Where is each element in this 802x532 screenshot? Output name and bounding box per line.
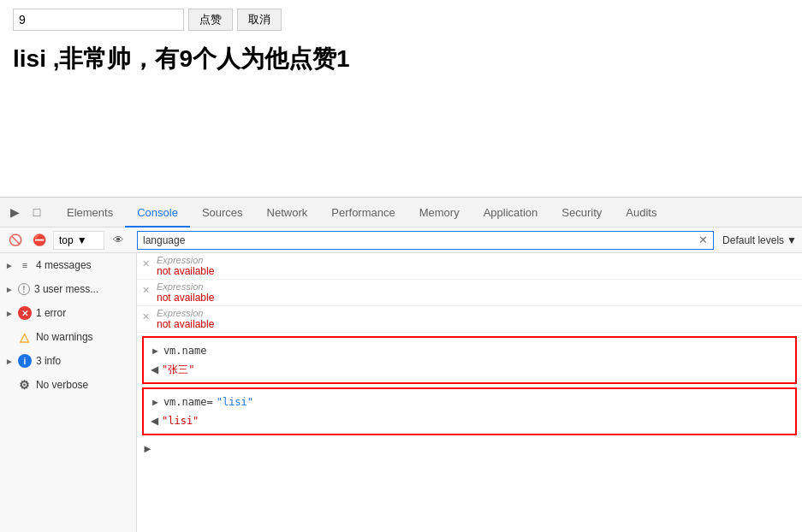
code-line-1-1: ► vm.name	[151, 341, 788, 360]
code-result-2: "lisi"	[162, 415, 199, 427]
dropdown-arrow-icon: ▼	[77, 234, 87, 246]
console-prompt: ►	[137, 439, 802, 458]
code-box-1: ► vm.name ◀ "张三"	[142, 336, 797, 384]
like-button[interactable]: 点赞	[188, 9, 233, 31]
return-arrow-2-icon: ◀	[151, 415, 158, 427]
number-input[interactable]	[13, 9, 184, 31]
expression-label-2: Expression	[157, 281, 797, 292]
clear-search-icon[interactable]: ✕	[698, 233, 708, 246]
expression-label-3: Expression	[157, 308, 797, 318]
code-line-2-2: ◀ "lisi"	[151, 411, 788, 430]
devtools-tab-bar: ▶ □ Elements Console Sources Network Per…	[0, 198, 802, 228]
context-dropdown[interactable]: top ▼	[53, 231, 104, 250]
user-messages-icon: !	[18, 283, 30, 295]
expression-value-2: not available	[157, 292, 797, 304]
verbose-label: No verbose	[36, 379, 131, 391]
context-label: top	[59, 234, 74, 246]
search-box: ✕	[137, 231, 714, 250]
tab-network[interactable]: Network	[255, 198, 320, 228]
expand-arrow-icon: ►	[5, 261, 14, 270]
sidebar-item-user-messages[interactable]: ► ! 3 user mess...	[0, 277, 136, 301]
info-label: 3 info	[36, 355, 131, 367]
clear-console-icon[interactable]: 🚫	[5, 230, 26, 251]
console-toolbar: 🚫 ⛔ top ▼ 👁 ✕ Default levels ▼	[0, 228, 802, 253]
expression-value-3: not available	[157, 318, 797, 330]
code-result-1: "张三"	[162, 363, 194, 377]
expand-code-1-icon[interactable]: ►	[151, 346, 160, 356]
headline: lisi ,非常帅，有9个人为他点赞1	[13, 43, 789, 75]
console-entry-2: ✕ Expression not available	[137, 280, 802, 306]
prompt-arrow-icon: ►	[142, 442, 153, 455]
sidebar-item-error[interactable]: ► ✕ 1 error	[0, 301, 136, 325]
code-expression-1: vm.name	[163, 345, 207, 357]
entry-3-content: Expression not available	[157, 308, 797, 330]
tab-sources[interactable]: Sources	[190, 198, 255, 228]
sidebar-item-warnings[interactable]: ► △ No warnings	[0, 325, 136, 349]
error-icon: ✕	[18, 306, 32, 320]
tab-memory[interactable]: Memory	[407, 198, 472, 228]
close-entry-3-icon[interactable]: ✕	[142, 311, 150, 322]
console-body: ► ≡ 4 messages ► ! 3 user mess... ► ✕ 1 …	[0, 253, 802, 532]
verbose-icon: ⚙	[18, 378, 32, 392]
close-entry-1-icon[interactable]: ✕	[142, 258, 150, 269]
warnings-label: No warnings	[36, 331, 131, 343]
filter-icon[interactable]: ⛔	[29, 230, 50, 251]
inspect-icon[interactable]: □	[26, 201, 48, 223]
info-icon: i	[18, 354, 32, 368]
default-levels-label: Default levels	[722, 234, 784, 246]
expand-arrow-icon-3: ►	[5, 309, 14, 318]
expand-arrow-icon-5: ►	[5, 357, 14, 366]
cancel-button[interactable]: 取消	[237, 9, 282, 31]
search-input[interactable]	[143, 234, 698, 246]
tab-console[interactable]: Console	[125, 198, 190, 228]
console-entry-1: ✕ Expression not available	[137, 253, 802, 280]
code-expression-2-value: "lisi"	[217, 396, 253, 408]
code-line-2-1: ► vm.name="lisi"	[151, 393, 788, 411]
console-main: ✕ Expression not available ✕ Expression …	[137, 253, 802, 532]
expand-code-2-icon[interactable]: ►	[151, 397, 160, 407]
return-arrow-1-icon: ◀	[151, 364, 158, 375]
entry-2-content: Expression not available	[157, 281, 797, 304]
sidebar-item-verbose[interactable]: ► ⚙ No verbose	[0, 373, 136, 397]
expand-arrow-icon-2: ►	[5, 285, 14, 294]
messages-list-icon: ≡	[18, 258, 32, 272]
levels-arrow-icon: ▼	[787, 234, 797, 246]
code-expression-2-prefix: vm.name=	[163, 396, 213, 408]
entry-1-content: Expression not available	[157, 255, 797, 277]
console-entry-3: ✕ Expression not available	[137, 306, 802, 333]
cursor-icon[interactable]: ▶	[3, 201, 26, 223]
input-row: 点赞 取消	[13, 9, 789, 31]
eye-icon[interactable]: 👁	[108, 230, 128, 251]
sidebar-item-info[interactable]: ► i 3 info	[0, 349, 136, 373]
tab-audits[interactable]: Audits	[614, 198, 668, 228]
tab-elements[interactable]: Elements	[55, 198, 125, 228]
expression-value-1: not available	[157, 265, 797, 277]
page-content: 点赞 取消 lisi ,非常帅，有9个人为他点赞1	[0, 0, 802, 197]
devtools-panel: ▶ □ Elements Console Sources Network Per…	[0, 197, 802, 532]
tab-security[interactable]: Security	[550, 198, 614, 228]
close-entry-2-icon[interactable]: ✕	[142, 285, 150, 296]
code-box-2: ► vm.name="lisi" ◀ "lisi"	[142, 387, 797, 435]
messages-label: 4 messages	[36, 259, 131, 271]
tab-application[interactable]: Application	[472, 198, 550, 228]
tab-icon-group: ▶ □	[3, 201, 48, 223]
expression-label-1: Expression	[157, 255, 797, 265]
user-messages-label: 3 user mess...	[34, 283, 131, 295]
default-levels-dropdown[interactable]: Default levels ▼	[722, 234, 797, 246]
tab-performance[interactable]: Performance	[319, 198, 407, 228]
console-sidebar: ► ≡ 4 messages ► ! 3 user mess... ► ✕ 1 …	[0, 253, 137, 532]
error-label: 1 error	[36, 307, 131, 319]
sidebar-item-messages[interactable]: ► ≡ 4 messages	[0, 253, 136, 277]
code-line-1-2: ◀ "张三"	[151, 360, 788, 379]
warning-icon: △	[18, 330, 32, 344]
